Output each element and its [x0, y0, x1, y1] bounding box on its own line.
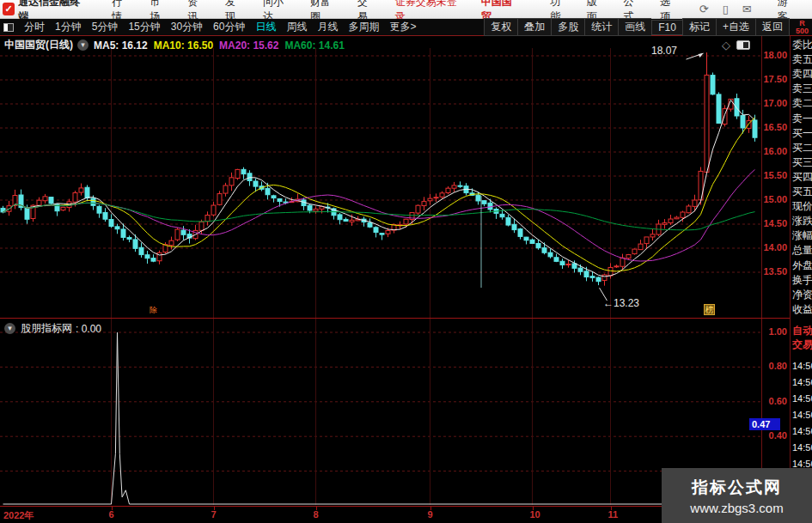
price-axis-label: 15.00	[763, 194, 787, 204]
toolbar-button-标记[interactable]: 标记	[682, 18, 716, 36]
toolbar-button-返回[interactable]: 返回	[755, 18, 790, 36]
period-tab-60分钟[interactable]: 60分钟	[213, 20, 245, 34]
tdx-logo-icon: ✓	[3, 3, 15, 15]
rank-badge[interactable]: 榜	[704, 304, 715, 315]
price-axis-label: 14.00	[763, 242, 787, 252]
quote-strip: 委比卖五卖四卖三卖二卖一买一买二买三买四买五现价涨跌涨幅总量外盘换手净资收益自动…	[790, 36, 812, 506]
chart-style-icon[interactable]	[736, 40, 750, 50]
indicator-name: 股朋指标网	[21, 321, 72, 336]
quote-row-卖一[interactable]: 卖一	[792, 112, 812, 126]
toolbar-button-叠加[interactable]: 叠加	[517, 18, 551, 36]
toolbar-buttons: 复权叠加多股统计画线F10标记+自选返回	[484, 18, 790, 36]
chevron-down-icon[interactable]: ▾	[4, 323, 15, 334]
quote-row-卖二[interactable]: 卖二	[792, 96, 812, 111]
price-axis-label: 17.50	[763, 74, 787, 84]
mail-icon[interactable]: ✉	[742, 3, 752, 15]
toolbar-button-+自选[interactable]: +自选	[716, 18, 755, 36]
quote-row-卖四[interactable]: 卖四	[792, 67, 812, 82]
price-axis-label: 16.00	[763, 146, 787, 156]
period-tabs: 分时1分钟5分钟15分钟30分钟60分钟日线周线月线多周期更多>	[19, 20, 421, 34]
month-label-8: 8	[314, 509, 319, 520]
quote-row-涨幅[interactable]: 涨幅	[792, 228, 812, 243]
period-tab-分时[interactable]: 分时	[24, 20, 45, 34]
quote-row-总量[interactable]: 总量	[792, 243, 812, 258]
month-label-10: 10	[530, 509, 540, 520]
high-price-annotation: 18.07	[651, 45, 677, 57]
indicator-axis-label: 0.40	[769, 430, 787, 441]
period-tab-15分钟[interactable]: 15分钟	[128, 20, 160, 34]
quote-row-现价[interactable]: 现价	[792, 199, 812, 214]
quote-row-委比[interactable]: 委比	[792, 38, 812, 52]
toolbar-button-画线[interactable]: 画线	[618, 18, 651, 36]
refresh-icon[interactable]: ⟳	[699, 3, 709, 15]
main-chart-title: 中国国贸(日线) ▾ MA5: 16.12MA10: 16.50MA20: 15…	[4, 38, 351, 52]
period-tab-1分钟[interactable]: 1分钟	[55, 20, 82, 34]
quote-row-净资[interactable]: 净资	[792, 288, 812, 302]
period-tab-30分钟[interactable]: 30分钟	[171, 20, 203, 34]
quote-row-换手[interactable]: 换手	[792, 273, 812, 288]
period-tab-5分钟[interactable]: 5分钟	[92, 20, 119, 34]
cursor-value-tag: 0.47	[749, 418, 780, 430]
candlestick-canvas	[0, 36, 761, 318]
price-axis-label: 15.50	[763, 170, 787, 180]
layout-icon[interactable]	[3, 23, 14, 32]
indicator-panel[interactable]	[0, 319, 761, 505]
stock-title: 中国国贸(日线)	[4, 38, 73, 52]
period-tab-日线[interactable]: 日线	[255, 20, 276, 34]
tick-time: 14:56	[792, 442, 812, 453]
quote-row-卖五[interactable]: 卖五	[792, 52, 812, 67]
month-label-11: 11	[608, 509, 619, 520]
indicator-canvas	[0, 319, 761, 505]
toolbar-button-F10[interactable]: F10	[651, 20, 682, 35]
menubar: ✓ 通达信金融终端 行情市场资讯发现问小达财富圈交易 证券交易未登录 中国国贸 …	[0, 0, 812, 19]
tick-time: 14:56	[792, 361, 812, 371]
quote-row-买五[interactable]: 买五	[792, 185, 812, 199]
rps-indicator: R 500	[796, 20, 809, 35]
low-price-annotation: ←13.23	[603, 297, 639, 309]
quote-row-外盘[interactable]: 外盘	[792, 258, 812, 273]
price-axis-label: 14.50	[763, 218, 787, 228]
quote-row-卖三[interactable]: 卖三	[792, 82, 812, 96]
price-axis-label: 17.00	[763, 98, 787, 108]
month-label-7: 7	[211, 509, 217, 520]
quote-row-收益[interactable]: 收益	[792, 302, 812, 317]
tdx-terminal-window: ✓ 通达信金融终端 行情市场资讯发现问小达财富圈交易 证券交易未登录 中国国贸 …	[0, 0, 812, 523]
axis-tick	[430, 507, 431, 510]
month-label-9: 9	[428, 509, 433, 520]
quote-row-买二[interactable]: 买二	[792, 141, 812, 155]
price-axis-label: 13.50	[763, 266, 787, 277]
price-axis-label: 16.50	[763, 122, 787, 132]
axis-tick	[316, 507, 317, 510]
quote-row-买三[interactable]: 买三	[792, 155, 812, 170]
ma-labels: MA5: 16.12MA10: 16.50MA20: 15.62MA60: 14…	[94, 40, 351, 52]
price-axis: 18.0017.5017.0016.5016.0015.5015.0014.50…	[761, 36, 790, 318]
quote-row-买一[interactable]: 买一	[792, 126, 812, 141]
toolbar-button-复权[interactable]: 复权	[484, 18, 517, 36]
watermark-title: 指标公式网	[692, 477, 782, 499]
period-toolbar: 分时1分钟5分钟15分钟30分钟60分钟日线周线月线多周期更多> 复权叠加多股统…	[0, 19, 812, 36]
ma-label-1: MA10: 16.50	[154, 40, 213, 52]
toolbar-button-统计[interactable]: 统计	[584, 18, 618, 36]
price-axis-label: 18.00	[763, 50, 787, 60]
diamond-icon[interactable]: ◇	[722, 39, 730, 52]
watermark-url: www.zbgs3.com	[690, 501, 783, 515]
chevron-down-icon[interactable]: ▾	[77, 40, 89, 51]
indicator-value: : 0.00	[76, 323, 101, 335]
chart-corner-icons: ◇	[722, 39, 750, 52]
quote-row-买四[interactable]: 买四	[792, 170, 812, 185]
period-tab-多周期[interactable]: 多周期	[348, 20, 379, 34]
period-tab-周线[interactable]: 周线	[286, 20, 307, 34]
indicator-axis-label: 1.00	[769, 326, 787, 337]
toolbar-button-多股[interactable]: 多股	[551, 18, 584, 36]
phone-icon[interactable]: ▯	[723, 3, 729, 15]
tab-交易[interactable]: 交易	[792, 338, 812, 352]
tick-time: 14:56	[792, 393, 812, 404]
tab-自动[interactable]: 自动	[792, 324, 812, 338]
tick-time: 14:56	[792, 410, 812, 420]
tick-time: 14:56	[792, 426, 812, 436]
ma-label-0: MA5: 16.12	[94, 40, 148, 52]
period-tab-更多>[interactable]: 更多>	[389, 20, 416, 34]
quote-row-涨跌[interactable]: 涨跌	[792, 214, 812, 228]
period-tab-月线[interactable]: 月线	[317, 20, 338, 34]
main-chart-panel[interactable]	[0, 36, 761, 318]
